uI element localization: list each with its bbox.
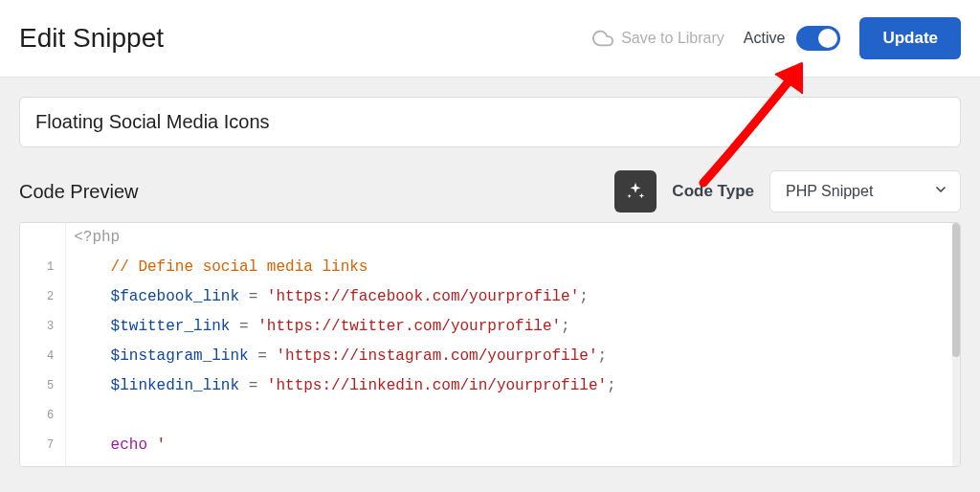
codetype-label: Code Type bbox=[672, 182, 754, 201]
code-token: $twitter_link bbox=[111, 318, 231, 335]
sparkle-icon bbox=[625, 181, 646, 202]
code-token: $instagram_link bbox=[111, 347, 249, 365]
code-token: $linkedin_link bbox=[111, 377, 239, 394]
code-token: = bbox=[239, 377, 267, 394]
snippet-title-input[interactable] bbox=[19, 97, 961, 147]
content-area: Code Preview Code Type PHP Snippet 1 2 3… bbox=[0, 78, 980, 486]
save-to-library-label: Save to Library bbox=[621, 30, 724, 47]
chevron-down-icon bbox=[933, 182, 948, 201]
code-token: 'https://facebook.com/yourprofile' bbox=[267, 288, 579, 305]
preview-title: Code Preview bbox=[19, 181, 139, 203]
line-number: 1 bbox=[47, 253, 54, 282]
line-number: 6 bbox=[47, 401, 54, 431]
save-to-library-button[interactable]: Save to Library bbox=[592, 28, 724, 49]
codetype-value: PHP Snippet bbox=[786, 183, 873, 200]
code-token: ; bbox=[607, 377, 616, 394]
code-editor[interactable]: 1 2 3 4 5 6 7 <?php // Define social med… bbox=[19, 222, 961, 467]
page-title: Edit Snippet bbox=[19, 23, 164, 54]
preview-header: Code Preview Code Type PHP Snippet bbox=[19, 170, 961, 212]
line-number: 4 bbox=[47, 342, 54, 371]
header-bar: Edit Snippet Save to Library Active Upda… bbox=[0, 0, 980, 78]
scrollbar[interactable] bbox=[952, 223, 960, 466]
line-number: 5 bbox=[47, 371, 54, 401]
code-token: = bbox=[249, 347, 277, 365]
code-token: // Define social media links bbox=[111, 258, 368, 276]
update-button[interactable]: Update bbox=[859, 17, 961, 59]
preview-actions: Code Type PHP Snippet bbox=[614, 170, 961, 212]
code-token: echo bbox=[111, 436, 147, 454]
line-number: 2 bbox=[47, 282, 54, 312]
code-token: ; bbox=[561, 318, 570, 335]
code-token: = bbox=[239, 288, 267, 305]
active-toggle[interactable] bbox=[796, 26, 840, 51]
cloud-icon bbox=[592, 28, 613, 49]
code-token: 'https://twitter.com/yourprofile' bbox=[257, 318, 561, 335]
code-token: ' bbox=[147, 436, 166, 454]
active-label: Active bbox=[744, 30, 786, 47]
code-body[interactable]: <?php // Define social media links $face… bbox=[66, 223, 952, 466]
line-number: 3 bbox=[47, 312, 54, 342]
code-token: ; bbox=[598, 347, 608, 365]
gutter: 1 2 3 4 5 6 7 bbox=[20, 223, 66, 466]
code-token: $facebook_link bbox=[111, 288, 239, 305]
toggle-knob bbox=[818, 29, 837, 48]
code-token: ; bbox=[579, 288, 589, 305]
scrollbar-thumb[interactable] bbox=[952, 223, 960, 357]
code-token: 'https://linkedin.com/in/yourprofile' bbox=[267, 377, 607, 394]
active-toggle-group: Active bbox=[744, 26, 841, 51]
codetype-select[interactable]: PHP Snippet bbox=[769, 170, 961, 212]
line-number: 7 bbox=[47, 431, 54, 460]
ai-sparkle-button[interactable] bbox=[614, 170, 657, 212]
header-actions: Save to Library Active Update bbox=[592, 17, 961, 59]
code-token: = bbox=[230, 318, 257, 335]
code-token: 'https://instagram.com/yourprofile' bbox=[276, 347, 597, 365]
code-token: <?php bbox=[74, 229, 120, 246]
